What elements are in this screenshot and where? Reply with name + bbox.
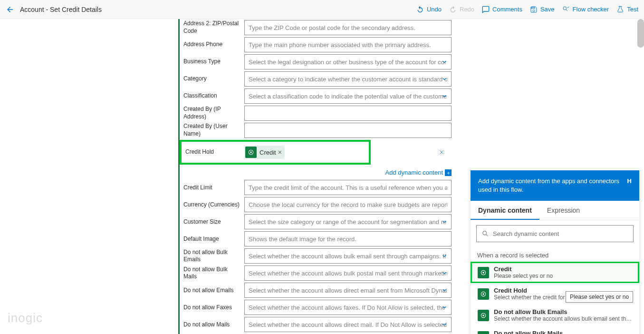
svg-point-3 <box>483 231 487 235</box>
dynamic-item-text: Credit Please select yes or no <box>494 265 634 279</box>
chip-label: Credit <box>260 149 276 156</box>
field-input[interactable] <box>244 231 452 246</box>
field-label: Do not allow Bulk Mails <box>183 266 244 281</box>
dynamic-content-item[interactable]: Do not allow Bulk Mails Select whether t… <box>471 326 639 334</box>
form-row: Do not allow Bulk Emails <box>180 247 455 265</box>
tab-dynamic-content[interactable]: Dynamic content <box>471 201 539 220</box>
comment-icon <box>482 6 490 13</box>
test-button[interactable]: Test <box>616 6 638 13</box>
dynamic-tabs: Dynamic content Expression <box>471 201 639 220</box>
form-row: Address Phone <box>180 36 455 53</box>
test-label: Test <box>627 6 638 13</box>
form-card: Address 2: ZIP/Postal CodeAddress PhoneB… <box>178 19 455 334</box>
page-title: Account - Set Credit Details <box>20 6 102 13</box>
save-button[interactable]: Save <box>530 6 555 13</box>
form-row: Customer Size <box>180 213 455 230</box>
tooltip: Please select yes or no <box>566 291 633 303</box>
save-label: Save <box>540 6 555 13</box>
dynamic-header-hide[interactable]: H <box>627 177 632 194</box>
flow-checker-icon <box>562 6 570 13</box>
dynamic-item-title: Credit <box>494 265 634 273</box>
field-select[interactable] <box>244 265 452 281</box>
field-label: Do not allow Bulk Emails <box>183 249 244 264</box>
undo-icon <box>416 6 424 13</box>
field-select[interactable] <box>244 248 452 264</box>
svg-point-5 <box>482 272 484 274</box>
field-input[interactable] <box>244 197 452 212</box>
dataverse-icon <box>478 310 489 321</box>
field-label: Address Phone <box>183 41 244 49</box>
field-label: Credit Hold <box>183 148 242 156</box>
svg-point-2 <box>250 151 252 153</box>
form-row: Credit Limit <box>180 179 455 196</box>
field-label: Customer Size <box>183 218 244 226</box>
dynamic-chip[interactable]: Credit × <box>244 146 285 159</box>
form-row: Category <box>180 70 455 88</box>
field-select[interactable] <box>244 300 452 315</box>
dataverse-icon <box>478 267 489 278</box>
undo-label: Undo <box>427 6 442 13</box>
credit-hold-input[interactable]: Credit × <box>242 144 367 161</box>
clear-field-button[interactable] <box>438 149 452 156</box>
back-button[interactable] <box>6 5 14 14</box>
dynamic-group-title: When a record is selected <box>471 247 639 262</box>
redo-icon <box>449 6 457 13</box>
credit-hold-row: Credit Hold Credit × <box>180 139 455 166</box>
form-row: Created By (User Name) <box>180 122 455 139</box>
field-label: Do not allow Faxes <box>183 304 244 312</box>
comments-button[interactable]: Comments <box>482 6 522 13</box>
form-row: Created By (IP Address) <box>180 105 455 122</box>
field-input[interactable] <box>244 123 452 138</box>
dynamic-search-input[interactable] <box>493 230 628 237</box>
field-select[interactable] <box>244 283 452 298</box>
field-input[interactable] <box>244 180 452 195</box>
field-input[interactable] <box>244 37 452 52</box>
field-label: Currency (Currencies) <box>183 201 244 209</box>
flow-checker-button[interactable]: Flow checker <box>562 6 609 13</box>
dynamic-content-item[interactable]: Do not allow Bulk Emails Select whether … <box>471 305 639 326</box>
field-label: Created By (User Name) <box>183 123 244 138</box>
field-select[interactable] <box>244 317 452 332</box>
chip-remove[interactable]: × <box>278 148 282 156</box>
field-label: Default Image <box>183 236 244 243</box>
field-label: Category <box>183 75 244 83</box>
field-input[interactable] <box>244 106 452 121</box>
field-label: Address 2: ZIP/Postal Code <box>183 20 244 35</box>
dynamic-item-text: Do not allow Bulk Emails Select whether … <box>494 308 634 322</box>
form-row: Do not allow Bulk Mails <box>180 265 455 282</box>
field-select[interactable] <box>244 71 452 87</box>
field-label: Created By (IP Address) <box>183 106 244 120</box>
field-label: Do not allow Mails <box>183 321 244 329</box>
flow-checker-label: Flow checker <box>573 6 609 13</box>
add-dynamic-icon[interactable]: ＋ <box>445 169 452 176</box>
undo-button[interactable]: Undo <box>416 6 442 13</box>
save-icon <box>530 6 538 13</box>
search-icon <box>481 230 489 237</box>
dynamic-item-desc: Please select yes or no <box>494 273 634 279</box>
dynamic-panel-header: Add dynamic content from the apps and co… <box>471 170 639 201</box>
dynamic-item-title: Do not allow Bulk Emails <box>494 308 634 315</box>
toolbar-actions: Undo Redo Comments Save Flow checker Tes… <box>416 6 638 13</box>
field-label: Credit Limit <box>183 184 244 192</box>
form-row: Address 2: ZIP/Postal Code <box>180 19 455 36</box>
comments-label: Comments <box>492 6 522 13</box>
dynamic-content-item[interactable]: Credit Please select yes or no <box>471 262 639 283</box>
form-row: Do not allow Mails <box>180 316 455 333</box>
tab-expression[interactable]: Expression <box>539 201 587 220</box>
field-input[interactable] <box>244 20 452 35</box>
dynamic-item-text: Do not allow Bulk Mails Select whether t… <box>494 330 634 334</box>
scroll-area: Address 2: ZIP/Postal CodeAddress PhoneB… <box>0 19 644 334</box>
dynamic-header-text: Add dynamic content from the apps and co… <box>478 177 623 194</box>
add-dynamic-content-link[interactable]: Add dynamic content <box>385 169 443 176</box>
dynamic-item-title: Do not allow Bulk Mails <box>494 330 634 334</box>
form-row: Do not allow Emails <box>180 282 455 299</box>
dataverse-icon <box>478 331 489 334</box>
field-select[interactable] <box>244 214 452 229</box>
svg-point-9 <box>482 314 484 316</box>
field-select[interactable] <box>244 54 452 69</box>
dataverse-icon <box>245 147 257 158</box>
dynamic-content-panel: Add dynamic content from the apps and co… <box>471 170 639 334</box>
dynamic-search-box[interactable] <box>476 225 634 242</box>
field-select[interactable] <box>244 88 452 104</box>
dynamic-search-wrap <box>471 220 639 247</box>
